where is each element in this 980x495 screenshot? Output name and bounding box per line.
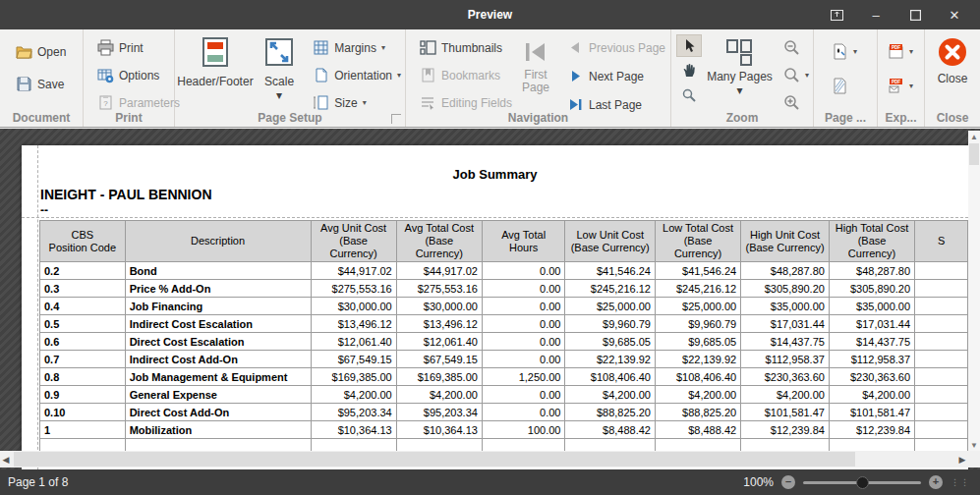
value-cell: $245,216.12 xyxy=(655,280,740,298)
zoom-icon xyxy=(783,67,800,83)
table-row: 0.3Price % Add-On$275,553.16$275,553.160… xyxy=(40,280,968,298)
document-area: Job Summary INEIGHT - PAUL BENNION -- CB… xyxy=(0,129,980,469)
value-cell: $8,488.42 xyxy=(565,421,655,439)
next-page-icon xyxy=(567,68,584,84)
zoom-out-status-button[interactable]: – xyxy=(781,475,795,489)
resize-grip-icon[interactable]: ⋮⋮ xyxy=(951,477,970,487)
value-cell: 0.00 xyxy=(482,404,565,421)
value-cell xyxy=(915,351,968,368)
svg-text:PDF: PDF xyxy=(892,45,900,50)
next-page-button[interactable]: Next Page xyxy=(563,66,669,86)
description-cell: Job Financing xyxy=(125,298,311,315)
value-cell xyxy=(915,333,968,351)
vertical-scroll-thumb[interactable] xyxy=(969,143,979,165)
minimize-button[interactable]: – xyxy=(856,0,895,29)
value-cell: $10,364.13 xyxy=(396,421,482,439)
close-window-button[interactable]: ✕ xyxy=(935,0,974,29)
value-cell: $25,000.00 xyxy=(565,298,655,315)
page-margin-guide-horizontal xyxy=(22,217,968,218)
zoom-in-icon xyxy=(783,94,800,111)
horizontal-scrollbar[interactable]: ◀ ▶ xyxy=(0,451,980,468)
scroll-up-icon[interactable]: ▲ xyxy=(968,131,980,143)
cbs-code-cell: 0.3 xyxy=(40,280,126,298)
column-header: Avg Total Cost (Base Currency) xyxy=(396,221,482,262)
previous-page-button[interactable]: Previous Page xyxy=(563,37,669,58)
value-cell: $30,000.00 xyxy=(311,298,396,315)
zoom-level-button[interactable]: ▾ xyxy=(779,65,813,85)
value-cell: $4,200.00 xyxy=(396,386,482,404)
description-cell: Indirect Cost Escalation xyxy=(125,315,311,333)
table-row: 0.8Job Management & Equipment$169,385.00… xyxy=(40,368,968,386)
value-cell: $35,000.00 xyxy=(829,298,914,315)
value-cell: $8,488.42 xyxy=(655,421,740,439)
orientation-button[interactable]: Orientation▾ xyxy=(309,65,405,85)
email-pdf-icon: PDF xyxy=(888,78,904,94)
page-setup-dialog-launcher[interactable] xyxy=(391,114,401,124)
print-button[interactable]: Print xyxy=(93,37,174,58)
zoom-in-button[interactable] xyxy=(779,92,813,113)
thumbnails-button[interactable]: Thumbnails xyxy=(416,37,512,58)
value-cell: $30,000.00 xyxy=(396,298,482,315)
column-header: High Total Cost (Base Currency) xyxy=(829,221,914,262)
open-button[interactable]: Open xyxy=(12,41,83,62)
maximize-button[interactable] xyxy=(895,0,935,29)
zoom-in-status-button[interactable]: + xyxy=(929,475,943,489)
value-cell: $112,958.37 xyxy=(741,351,830,368)
parameters-icon: ? xyxy=(97,94,114,111)
vertical-scrollbar[interactable]: ▲ ▼ xyxy=(968,131,980,452)
export-document-button[interactable]: PDF ▾ xyxy=(884,41,924,62)
table-row: 0.9General Expense$4,200.00$4,200.000.00… xyxy=(40,386,968,404)
value-cell: 0.00 xyxy=(482,333,565,351)
value-cell: 0.00 xyxy=(482,315,565,333)
parameters-button[interactable]: ? Parameters xyxy=(93,92,174,113)
cbs-code-cell: 0.9 xyxy=(40,386,126,404)
magnifier-tool-button[interactable] xyxy=(676,83,702,106)
cbs-code-cell: 0.2 xyxy=(40,262,126,280)
value-cell: $13,496.12 xyxy=(396,315,482,333)
save-button[interactable]: Save xyxy=(12,74,83,94)
margins-button[interactable]: Margins▾ xyxy=(309,37,405,58)
value-cell: $169,385.00 xyxy=(311,368,396,386)
value-cell: $22,139.92 xyxy=(655,351,740,368)
page-background-button[interactable]: ▾ xyxy=(828,41,877,62)
description-cell: Bond xyxy=(125,262,311,280)
zoom-slider[interactable] xyxy=(803,481,921,484)
horizontal-scroll-thumb[interactable] xyxy=(14,452,855,467)
close-icon xyxy=(937,36,968,68)
table-row: 0.5Indirect Cost Escalation$13,496.12$13… xyxy=(40,315,968,333)
value-cell: $245,216.12 xyxy=(565,280,655,298)
ribbon-group-navigation: Thumbnails Bookmarks Editing Fields Firs… xyxy=(406,29,671,127)
editing-fields-icon xyxy=(420,94,436,111)
size-button[interactable]: Size▾ xyxy=(309,92,405,113)
table-row: 0.2Bond$44,917.02$44,917.020.00$41,546.2… xyxy=(40,262,968,280)
value-cell xyxy=(915,386,968,404)
zoom-out-button[interactable] xyxy=(779,37,813,58)
value-cell: $48,287.80 xyxy=(829,262,914,280)
first-page-icon xyxy=(523,39,548,65)
column-header: CBS Position Code xyxy=(40,221,126,262)
options-button[interactable]: Options xyxy=(93,65,174,85)
value-cell: $230,363.60 xyxy=(741,368,830,386)
scroll-left-icon[interactable]: ◀ xyxy=(0,455,12,465)
report-subtitle: -- xyxy=(40,203,48,217)
ribbon-group-page-setup: Header/Footer Scale ▾ Margins▾ Orientati… xyxy=(175,29,406,127)
value-cell: $67,549.15 xyxy=(311,351,396,368)
export-pdf-icon: PDF xyxy=(888,43,904,60)
send-via-email-button[interactable]: PDF ▾ xyxy=(884,76,924,96)
value-cell: 0.00 xyxy=(482,386,565,404)
bookmarks-button[interactable]: Bookmarks xyxy=(416,65,512,85)
zoom-slider-thumb[interactable] xyxy=(856,476,869,489)
hand-tool-button[interactable] xyxy=(676,59,702,82)
pointer-tool-button[interactable] xyxy=(676,34,702,57)
column-header: S xyxy=(915,221,968,262)
watermark-button[interactable] xyxy=(828,76,877,96)
editing-fields-button[interactable]: Editing Fields xyxy=(416,92,512,113)
job-summary-table: CBS Position CodeDescriptionAvg Unit Cos… xyxy=(39,220,968,457)
scroll-right-icon[interactable]: ▶ xyxy=(956,455,968,465)
close-preview-button[interactable]: Close xyxy=(925,29,980,85)
cbs-code-cell: 1 xyxy=(40,421,126,439)
value-cell: $9,960.79 xyxy=(565,315,655,333)
float-window-icon[interactable] xyxy=(817,0,856,29)
group-label-page-setup: Page Setup xyxy=(175,111,405,125)
group-label-navigation: Navigation xyxy=(406,111,670,125)
